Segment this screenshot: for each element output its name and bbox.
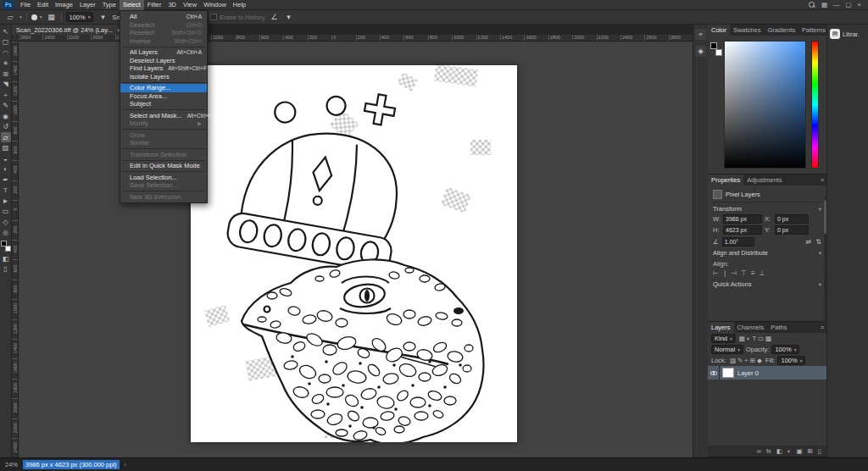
menu-item-modify[interactable]: Modify▶ [120, 119, 207, 128]
healing-brush-tool[interactable]: + [1, 90, 11, 100]
pen-tool[interactable]: ✒ [1, 175, 11, 185]
filter-shape-icon[interactable]: ▭ [757, 335, 765, 342]
brush-settings-panel-icon[interactable]: ▦ [47, 12, 57, 23]
vertical-ruler[interactable]: 1600140012001000800600400200020040060080… [12, 42, 19, 457]
tool-preset-dropdown-icon[interactable]: ▾ [19, 14, 22, 19]
transform-section-header[interactable]: Transform ▾ [713, 202, 821, 214]
gradient-tool[interactable]: ▨ [1, 143, 11, 153]
history-brush-tool[interactable]: ↺ [1, 122, 11, 132]
menu-item-all-layers[interactable]: All LayersAlt+Ctrl+A [120, 48, 207, 57]
clone-stamp-tool[interactable]: ◉ [1, 111, 11, 121]
layer-style-icon[interactable]: fx [765, 447, 772, 455]
screen-mode-button[interactable]: ▯ [1, 264, 11, 274]
eraser-tool[interactable]: ▱ [1, 132, 11, 142]
menu-item-all[interactable]: AllCtrl+A [120, 13, 207, 21]
menu-item-reselect[interactable]: ReselectShift+Ctrl+D [120, 29, 207, 37]
pressure-opacity-icon[interactable]: ▾ [97, 12, 108, 23]
add-mask-icon[interactable]: ◧ [776, 447, 783, 455]
marquee-tool[interactable]: ▢ [1, 37, 11, 47]
height-field[interactable]: 4623 px [723, 225, 762, 235]
move-tool[interactable]: ↖ [1, 26, 11, 36]
foreground-color-swatch[interactable] [1, 241, 7, 247]
menu-item-deselect-layers[interactable]: Deselect Layers [120, 57, 207, 65]
saturation-picker[interactable] [724, 41, 806, 169]
menu-item-focus-area[interactable]: Focus Area... [120, 92, 207, 101]
lock-position-icon[interactable]: + [743, 357, 748, 364]
blur-tool[interactable]: ◒ [1, 153, 11, 163]
align-top-icon[interactable]: ⊤ [741, 269, 747, 277]
menu-item-color-range[interactable]: Color Range... [120, 84, 207, 92]
quick-selection-tool[interactable]: ∗ [1, 58, 11, 69]
status-chevron-icon[interactable]: › [125, 461, 127, 468]
menu-type[interactable]: Type [99, 0, 120, 10]
width-field[interactable]: 3986 px [723, 214, 762, 224]
foreground-color-swatch[interactable] [710, 42, 717, 49]
new-layer-icon[interactable]: ⊞ [807, 447, 814, 455]
tab-layers[interactable]: Layers [708, 322, 734, 333]
menu-item-subject[interactable]: Subject [120, 100, 207, 108]
tab-gradients[interactable]: Gradients [764, 25, 798, 36]
dodge-tool[interactable]: ◐ [1, 164, 11, 175]
filter-type-icon[interactable]: T [751, 335, 757, 342]
layer-opacity-field[interactable]: 100% ▾ [771, 345, 799, 354]
opacity-field[interactable]: 100% ▾ [66, 12, 94, 22]
collapse-dock-icon[interactable]: « [695, 29, 706, 40]
y-field[interactable]: 0 px [775, 225, 809, 235]
flip-vertical-icon[interactable]: ⇅ [815, 238, 821, 246]
search-icon[interactable] [809, 2, 815, 8]
menu-item-load-selection[interactable]: Load Selection... [120, 174, 207, 182]
x-field[interactable]: 0 px [775, 214, 809, 224]
brush-tool[interactable]: ✎ [1, 101, 11, 111]
adjustment-layer-icon[interactable]: ◐ [787, 447, 793, 455]
panel-color-swatches[interactable] [710, 42, 722, 56]
menu-window[interactable]: Window [200, 0, 230, 10]
quick-actions-section-header[interactable]: Quick Actions ▾ [713, 278, 821, 290]
zoom-tool[interactable]: ◎ [1, 228, 11, 238]
tab-swatches[interactable]: Swatches [730, 25, 765, 36]
minimize-button[interactable]: — [833, 1, 840, 8]
menu-item-grow[interactable]: Grow [120, 131, 207, 140]
close-button[interactable]: × [858, 1, 861, 8]
panel-menu-icon[interactable]: ≡ [818, 322, 826, 333]
delete-layer-icon[interactable]: ▯ [817, 447, 822, 455]
path-selection-tool[interactable]: ► [1, 196, 11, 206]
filter-smart-object-icon[interactable]: ▩ [765, 335, 772, 342]
tab-properties[interactable]: Properties [708, 175, 743, 186]
quick-mask-button[interactable]: ◧ [1, 253, 11, 263]
ruler-origin[interactable] [12, 35, 19, 42]
tab-channels[interactable]: Channels [734, 322, 768, 333]
libraries-button[interactable]: ▤ Librar. [827, 25, 868, 39]
erase-to-history-option[interactable]: Erase to History [210, 14, 264, 21]
menu-image[interactable]: Image [52, 0, 76, 10]
lock-artboard-icon[interactable]: ⊞ [749, 357, 756, 364]
menu-filter[interactable]: Filter [144, 0, 165, 10]
menu-item-find-layers[interactable]: Find LayersAlt+Shift+Ctrl+F [120, 64, 207, 73]
visibility-toggle[interactable] [708, 366, 720, 380]
rotate-field[interactable]: 1.00° [722, 237, 754, 247]
menu-item-isolate-layers[interactable]: Isolate Layers [120, 73, 207, 81]
align-section-header[interactable]: Align and Distribute ▾ [713, 247, 821, 258]
lock-all-icon[interactable]: ◆ [756, 357, 763, 364]
background-color-swatch[interactable] [715, 49, 722, 56]
maximize-button[interactable]: ▢ [846, 1, 852, 8]
crop-tool[interactable]: ⊞ [1, 69, 11, 79]
menu-item-deselect[interactable]: DeselectCtrl+D [120, 21, 207, 30]
menu-item-similar[interactable]: Similar [120, 139, 207, 147]
panel-menu-icon[interactable]: ≡ [818, 175, 826, 186]
eraser-tool-preset-icon[interactable]: ▱ [5, 12, 15, 23]
menu-item-new-3d-extrusion[interactable]: New 3D Extrusion [120, 193, 207, 202]
airbrush-icon[interactable]: ▾ [284, 12, 294, 23]
pressure-size-icon[interactable]: ∠ [270, 12, 280, 23]
zoom-level-field[interactable]: 24% [5, 461, 18, 468]
menu-item-save-selection[interactable]: Save Selection... [120, 181, 207, 190]
erase-to-history-checkbox[interactable] [210, 14, 217, 20]
document-page[interactable] [191, 65, 517, 442]
brush-picker[interactable]: ▾ [31, 14, 42, 20]
canvas-area[interactable]: 2600240022002000180016001400120010008006… [12, 35, 693, 457]
menu-layer[interactable]: Layer [76, 0, 99, 10]
menu-item-select-and-mask[interactable]: Select and Mask...Alt+Ctrl+R [120, 112, 207, 120]
tab-paths[interactable]: Paths [767, 322, 790, 333]
type-tool[interactable]: T [1, 186, 11, 196]
color-swatches[interactable] [1, 241, 11, 252]
new-group-icon[interactable]: ▣ [795, 447, 803, 455]
